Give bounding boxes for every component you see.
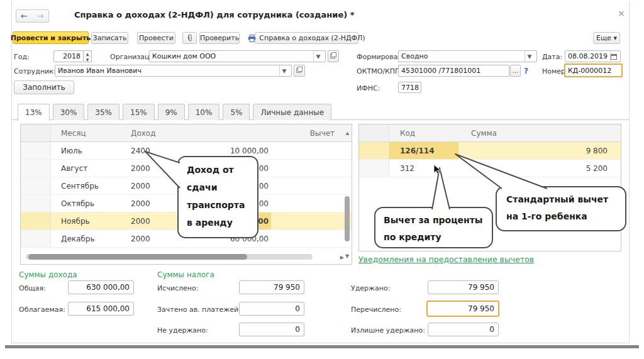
income-row[interactable]: Август 2000 50 000,00 xyxy=(21,160,352,177)
fill-button[interactable]: Заполнить xyxy=(14,80,74,94)
check-button[interactable]: Проверить xyxy=(199,32,240,44)
ifns-input[interactable]: 7718 xyxy=(398,82,421,93)
tab-personal-data[interactable]: Личные данные xyxy=(253,104,331,120)
more-label: Еще ▾ xyxy=(596,34,617,42)
back-button[interactable]: ← xyxy=(16,9,33,23)
help-glyph: ? xyxy=(524,67,528,75)
income-amount-header xyxy=(182,124,271,141)
year-input[interactable]: 2018 xyxy=(53,50,84,62)
tab-10[interactable]: 10% xyxy=(188,104,220,120)
horizontal-scrollbar-thumb[interactable] xyxy=(28,254,247,260)
taxable-income-value: 615 000,00 xyxy=(86,304,130,313)
calendar-icon[interactable] xyxy=(610,51,618,62)
employee-dropdown-icon[interactable]: ▼ xyxy=(279,65,289,76)
generate-combo[interactable]: Сводно ▼ xyxy=(398,50,537,62)
organization-dropdown-icon[interactable]: ▼ xyxy=(313,51,323,62)
ifns-label: ИФНС: xyxy=(357,84,380,92)
rate-tabs: 13% 30% 35% 15% 9% 10% 5% Личные данные xyxy=(18,104,331,121)
print-report-button[interactable]: Справка о доходах (2-НДФЛ) xyxy=(255,32,358,44)
not-withheld-label: Не удержано: xyxy=(157,326,208,334)
tab-30[interactable]: 30% xyxy=(53,104,85,120)
deduction-header[interactable]: Вычет xyxy=(271,124,343,141)
vertical-scrollbar-thumb[interactable] xyxy=(345,196,350,241)
employee-label: Сотрудник: xyxy=(14,67,56,75)
year-label: Год: xyxy=(14,53,30,61)
notifications-link[interactable]: Уведомления на предоставление вычетов xyxy=(358,255,534,264)
transferred-input[interactable]: 79 950 xyxy=(426,301,499,317)
income-sums-heading: Суммы дохода xyxy=(19,270,77,279)
save-button[interactable]: Записать xyxy=(91,32,128,44)
scroll-down-icon[interactable]: ▼ xyxy=(345,253,349,259)
taxable-income-label: Облагаемая: xyxy=(19,306,65,314)
income-row[interactable]: Сентябрь 2000 50 000,00 xyxy=(21,177,352,195)
oktmo-more-button[interactable]: ... xyxy=(510,65,521,77)
employee-value: Иванов Иван Иванович xyxy=(58,67,277,75)
paperclip-icon xyxy=(186,34,194,42)
transferred-value: 79 950 xyxy=(468,304,494,313)
printer-icon xyxy=(248,35,256,42)
number-input[interactable]: КД-0000012 xyxy=(564,64,623,77)
total-income-input[interactable]: 630 000,00 xyxy=(68,280,134,294)
organization-combo[interactable]: Кошкин дом ООО ▼ xyxy=(149,50,326,62)
spin-down-icon: ▼ xyxy=(84,57,91,62)
month-header[interactable]: Месяц xyxy=(51,124,122,141)
close-icon: × xyxy=(618,8,625,18)
print-report-label: Справка о доходах (2-НДФЛ) xyxy=(259,34,365,42)
over-withheld-label: Излишне удержано: xyxy=(351,326,425,334)
fill-label: Заполнить xyxy=(23,83,65,92)
more-button[interactable]: Еще ▾ xyxy=(593,32,620,44)
income-row[interactable]: Июль 2400 10 000,00 xyxy=(21,142,352,160)
employee-open-button[interactable] xyxy=(294,65,305,77)
tab-5[interactable]: 5% xyxy=(223,104,250,120)
attach-button[interactable] xyxy=(182,32,197,44)
calculated-tax-input[interactable]: 79 950 xyxy=(239,280,304,294)
organization-value: Кошкин дом ООО xyxy=(152,52,311,60)
date-value: 08.08.2019 xyxy=(568,52,608,60)
callout-standard-text: Стандартный вычет на 1-го ребенка xyxy=(506,191,612,225)
help-icon[interactable]: ? xyxy=(524,67,528,75)
check-label: Проверить xyxy=(200,34,239,42)
income-row-selected[interactable]: Ноябрь 2000 60 000,00 xyxy=(21,213,352,230)
year-spinner[interactable]: ▲▼ xyxy=(84,50,92,62)
callout-credit-text: Вычет за проценты по кредиту xyxy=(384,212,484,246)
year-value: 2018 xyxy=(63,52,80,60)
date-input[interactable]: 08.08.2019 xyxy=(565,50,621,62)
not-withheld-input[interactable]: 0 xyxy=(239,323,304,336)
sum-header[interactable]: Сумма xyxy=(458,124,621,141)
organization-open-button[interactable] xyxy=(328,50,339,62)
income-row[interactable]: Октябрь 2000 50 000,00 xyxy=(21,195,352,213)
tab-35[interactable]: 35% xyxy=(87,104,119,120)
over-withheld-input[interactable]: 0 xyxy=(428,323,499,336)
deduction-row-selected[interactable]: 126/114 9 800 xyxy=(359,142,621,160)
ifns-value: 7718 xyxy=(401,84,419,92)
oktmo-input[interactable]: 45301000 /771801001 xyxy=(398,65,509,77)
number-value: КД-0000012 xyxy=(568,67,611,75)
income-table: Месяц Доход Вычет ▲ Июль 2400 10 000,00 … xyxy=(20,124,352,265)
open-link-icon xyxy=(296,67,303,75)
forward-button[interactable]: → xyxy=(32,9,49,23)
close-button[interactable]: × xyxy=(618,8,625,18)
scroll-right-icon[interactable]: ▶ xyxy=(340,255,344,260)
vertical-scrollbar[interactable]: ▼ xyxy=(343,143,352,251)
back-icon: ← xyxy=(21,11,28,21)
code-header[interactable]: Код xyxy=(389,124,458,141)
forward-icon: → xyxy=(37,11,44,21)
post-and-close-button[interactable]: Провести и закрыть xyxy=(13,31,89,44)
income-row[interactable]: Декабрь 2000 60 000,00 xyxy=(21,230,352,248)
spin-up-icon: ▲ xyxy=(84,51,91,57)
taxable-income-input[interactable]: 615 000,00 xyxy=(68,302,134,316)
scroll-up-icon[interactable]: ▲ xyxy=(343,124,352,141)
horizontal-scrollbar[interactable] xyxy=(26,254,313,260)
tab-13[interactable]: 13% xyxy=(18,104,50,121)
oktmo-label: ОКТМО/КПП: xyxy=(357,67,402,75)
income-header[interactable]: Доход xyxy=(122,124,182,141)
employee-combo[interactable]: Иванов Иван Иванович ▼ xyxy=(55,65,292,77)
post-button[interactable]: Провести xyxy=(137,32,175,44)
tab-15[interactable]: 15% xyxy=(123,104,155,120)
tab-9[interactable]: 9% xyxy=(158,104,185,120)
generate-dropdown-icon[interactable]: ▼ xyxy=(525,51,534,62)
advance-offset-input[interactable]: 0 xyxy=(239,302,304,316)
withheld-input[interactable]: 79 950 xyxy=(428,280,499,294)
oktmo-value: 45301000 /771801001 xyxy=(401,67,480,75)
deduction-row[interactable]: 312 5 200 xyxy=(359,160,621,177)
